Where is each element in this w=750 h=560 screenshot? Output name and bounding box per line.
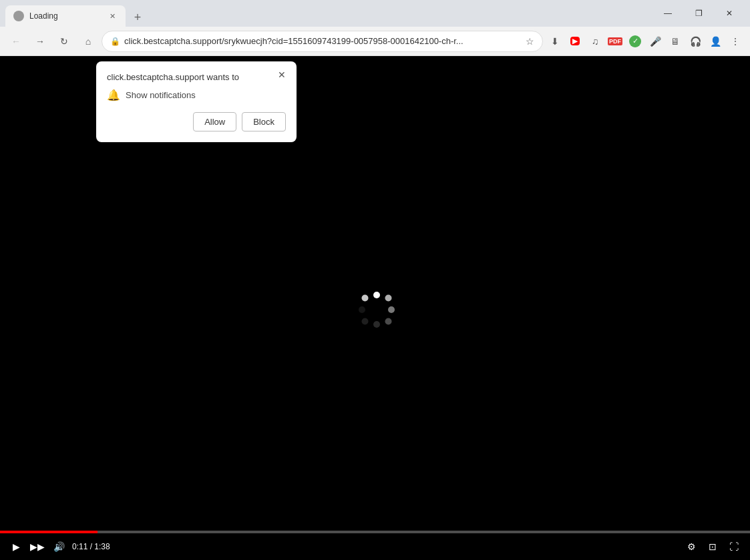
- volume-button[interactable]: 🔊: [51, 539, 67, 555]
- bell-icon: 🔔: [107, 89, 120, 101]
- chrome-menu-button[interactable]: ⋮: [726, 32, 745, 51]
- address-bar[interactable]: 🔒 click.bestcaptcha.support/srykwuecjh?c…: [102, 31, 543, 52]
- url-text: click.bestcaptcha.support/srykwuecjh?cid…: [124, 36, 522, 46]
- minimize-button[interactable]: —: [652, 3, 683, 24]
- back-button[interactable]: ←: [5, 31, 27, 52]
- loading-spinner: [355, 288, 395, 328]
- music-extension-icon[interactable]: ♫: [586, 32, 604, 51]
- popup-title: click.bestcaptcha.support wants to: [107, 72, 286, 82]
- youtube-extension-icon[interactable]: ▶: [566, 32, 584, 51]
- security-lock-icon: 🔒: [110, 37, 120, 46]
- fullscreen-button[interactable]: ⛶: [726, 539, 742, 555]
- title-bar: Loading ✕ + — ❐ ✕: [0, 0, 750, 27]
- popup-close-button[interactable]: ✕: [275, 68, 289, 81]
- content-area: click.bestcaptcha.support wants to ✕ 🔔 S…: [0, 56, 750, 560]
- notification-permission-popup: click.bestcaptcha.support wants to ✕ 🔔 S…: [96, 61, 297, 142]
- home-button[interactable]: ⌂: [77, 31, 99, 52]
- miniplayer-button[interactable]: ⊡: [705, 539, 721, 555]
- screen-extension-icon[interactable]: 🖥: [666, 32, 685, 51]
- permission-label: Show notifications: [126, 90, 196, 100]
- svg-point-4: [373, 321, 380, 328]
- svg-point-1: [385, 294, 391, 301]
- popup-permission-row: 🔔 Show notifications: [107, 89, 286, 101]
- tab-title: Loading: [29, 11, 102, 21]
- new-tab-button[interactable]: +: [128, 8, 147, 27]
- svg-point-3: [385, 318, 391, 324]
- popup-actions: Allow Block: [107, 112, 286, 131]
- video-time: 0:11 / 1:38: [72, 542, 110, 551]
- download-icon[interactable]: ⬇: [546, 32, 564, 51]
- extensions-bar: ⬇ ▶ ♫ PDF ✓ 🎤 🖥 🎧 👤 ⋮: [546, 32, 745, 51]
- audio-extension-icon[interactable]: 🎧: [686, 32, 705, 51]
- allow-button[interactable]: Allow: [193, 112, 236, 131]
- pdf-label: PDF: [608, 37, 622, 45]
- security-extension-icon[interactable]: ✓: [626, 32, 644, 51]
- svg-point-7: [361, 294, 368, 301]
- video-controls: ▶ ▶▶ 🔊 0:11 / 1:38 ⚙ ⊡ ⛶: [0, 533, 750, 560]
- browser-frame: Loading ✕ + — ❐ ✕ ← → ↻ ⌂ 🔒 click.bestca…: [0, 0, 750, 560]
- window-controls: — ❐ ✕: [652, 3, 745, 24]
- svg-point-0: [373, 292, 380, 298]
- account-icon[interactable]: 👤: [706, 32, 725, 51]
- bookmark-star-icon[interactable]: ☆: [526, 36, 534, 47]
- refresh-button[interactable]: ↻: [53, 31, 75, 52]
- tab-bar: Loading ✕ +: [5, 0, 652, 27]
- active-tab[interactable]: Loading ✕: [5, 5, 126, 27]
- tab-close-button[interactable]: ✕: [107, 11, 118, 21]
- navigation-bar: ← → ↻ ⌂ 🔒 click.bestcaptcha.support/sryk…: [0, 27, 750, 56]
- forward-button[interactable]: →: [29, 31, 51, 52]
- svg-point-2: [388, 306, 395, 313]
- block-button[interactable]: Block: [242, 112, 286, 131]
- svg-point-6: [359, 306, 365, 313]
- play-button[interactable]: ▶: [8, 539, 24, 555]
- spinner-wheel: [355, 288, 395, 328]
- restore-button[interactable]: ❐: [683, 3, 714, 24]
- mic-extension-icon[interactable]: 🎤: [646, 32, 665, 51]
- yt-label: ▶: [570, 37, 580, 45]
- green-check-icon: ✓: [629, 35, 641, 47]
- settings-button[interactable]: ⚙: [683, 539, 699, 555]
- next-button[interactable]: ▶▶: [29, 539, 45, 555]
- close-button[interactable]: ✕: [714, 3, 745, 24]
- spinner-svg: [355, 288, 398, 331]
- tab-favicon: [13, 11, 24, 21]
- svg-point-5: [361, 318, 368, 324]
- pdf-extension-icon[interactable]: PDF: [606, 32, 624, 51]
